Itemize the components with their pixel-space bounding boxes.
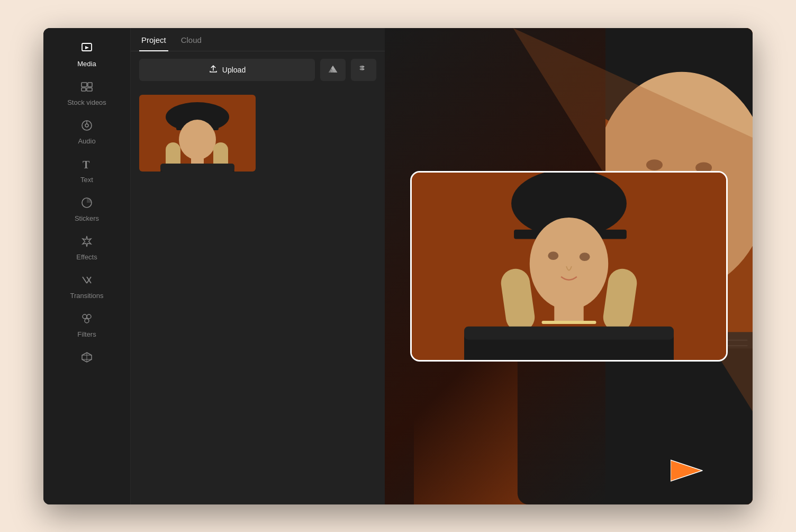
sidebar-item-filters-label: Filters bbox=[77, 330, 96, 338]
tab-project[interactable]: Project bbox=[139, 28, 168, 51]
sidebar-item-3d[interactable] bbox=[43, 344, 130, 371]
filters-icon bbox=[80, 312, 93, 327]
svg-point-21 bbox=[179, 120, 216, 160]
media-panel: Project Cloud Upload bbox=[131, 28, 385, 504]
cursor-arrow bbox=[671, 455, 708, 489]
upload-button[interactable]: Upload bbox=[139, 59, 315, 81]
dropbox-button[interactable] bbox=[351, 59, 376, 81]
upload-button-label: Upload bbox=[222, 66, 246, 74]
svg-point-7 bbox=[85, 124, 88, 127]
svg-point-12 bbox=[87, 314, 91, 319]
stickers-icon bbox=[80, 196, 93, 211]
upload-icon bbox=[209, 64, 218, 76]
transitions-icon bbox=[80, 274, 93, 288]
sidebar-item-stock-videos-label: Stock videos bbox=[67, 98, 106, 106]
media-icon bbox=[80, 42, 93, 57]
svg-point-11 bbox=[83, 314, 87, 319]
stock-videos-icon bbox=[80, 80, 93, 95]
svg-rect-5 bbox=[87, 88, 92, 91]
text-icon: T bbox=[80, 158, 93, 173]
sidebar-item-audio-label: Audio bbox=[78, 137, 95, 145]
svg-marker-1 bbox=[85, 46, 89, 49]
sidebar-item-audio[interactable]: Audio bbox=[43, 112, 130, 150]
sidebar-item-media-label: Media bbox=[77, 60, 96, 68]
svg-point-45 bbox=[579, 253, 590, 261]
panel-tabs: Project Cloud bbox=[131, 28, 385, 51]
preview-area bbox=[385, 28, 753, 504]
svg-rect-27 bbox=[160, 164, 234, 172]
sidebar: Media Stock videos bbox=[43, 28, 131, 504]
sidebar-item-stickers[interactable]: Stickers bbox=[43, 189, 130, 228]
sidebar-item-effects-label: Effects bbox=[76, 253, 97, 261]
audio-icon bbox=[80, 119, 93, 134]
svg-point-13 bbox=[85, 319, 89, 323]
sidebar-item-transitions[interactable]: Transitions bbox=[43, 266, 130, 305]
3d-icon bbox=[80, 351, 93, 366]
sidebar-item-transitions-label: Transitions bbox=[70, 292, 103, 300]
svg-point-44 bbox=[548, 251, 558, 260]
svg-rect-2 bbox=[82, 83, 87, 87]
sidebar-item-media[interactable]: Media bbox=[43, 34, 130, 73]
svg-point-43 bbox=[529, 217, 608, 309]
google-drive-button[interactable] bbox=[320, 59, 346, 81]
upload-bar: Upload bbox=[131, 51, 385, 88]
sidebar-item-filters[interactable]: Filters bbox=[43, 305, 130, 344]
svg-text:T: T bbox=[83, 159, 90, 170]
sidebar-item-text-label: Text bbox=[80, 176, 93, 184]
svg-rect-51 bbox=[464, 326, 674, 339]
sidebar-item-text[interactable]: T Text bbox=[43, 150, 130, 189]
app-window: Media Stock videos bbox=[43, 28, 753, 504]
featured-frame bbox=[410, 171, 728, 362]
media-thumbnail[interactable] bbox=[139, 95, 256, 172]
svg-rect-49 bbox=[541, 320, 596, 323]
svg-marker-52 bbox=[671, 460, 702, 481]
svg-rect-3 bbox=[88, 83, 92, 87]
media-grid bbox=[131, 88, 385, 178]
sidebar-item-effects[interactable]: Effects bbox=[43, 228, 130, 266]
tab-cloud[interactable]: Cloud bbox=[179, 28, 204, 51]
effects-icon bbox=[80, 235, 93, 250]
svg-rect-4 bbox=[82, 88, 86, 91]
sidebar-item-stickers-label: Stickers bbox=[75, 214, 99, 222]
sidebar-item-stock-videos[interactable]: Stock videos bbox=[43, 73, 130, 112]
